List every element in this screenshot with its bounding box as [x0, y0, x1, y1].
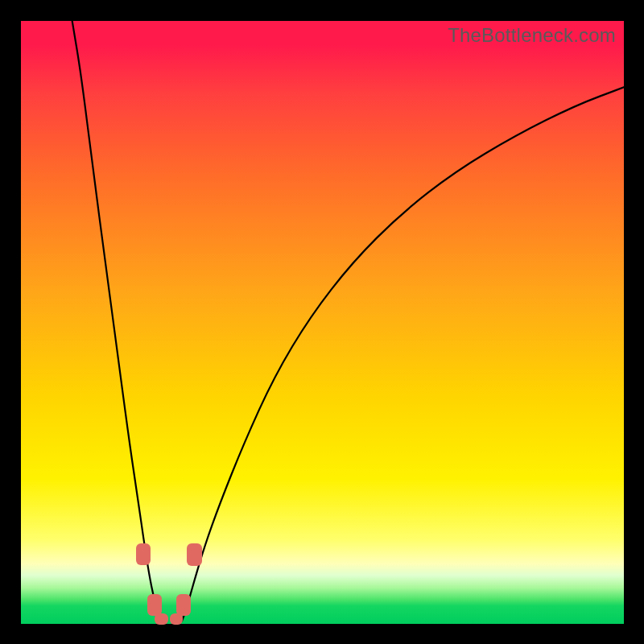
marker-left-lower	[147, 594, 162, 616]
left-branch-curve	[72, 21, 162, 621]
marker-right-upper	[187, 543, 202, 566]
marker-right-lower	[176, 594, 191, 616]
right-branch-curve	[182, 87, 624, 621]
curve-layer	[21, 21, 624, 624]
marker-left-upper	[136, 543, 151, 565]
watermark-text: TheBottleneck.com	[448, 24, 616, 47]
plot-area: TheBottleneck.com	[21, 21, 624, 624]
marker-floor-left	[155, 613, 167, 625]
